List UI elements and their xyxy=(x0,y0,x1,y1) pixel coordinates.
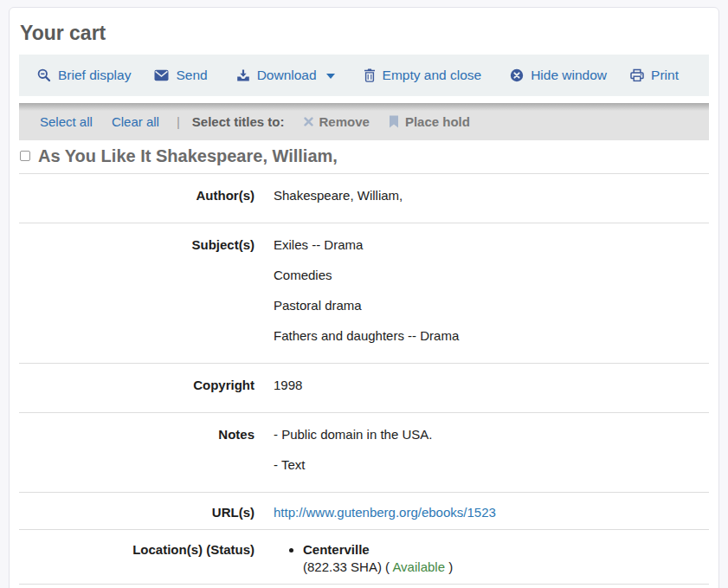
bookmark-icon xyxy=(389,115,399,128)
field-label: Copyright xyxy=(19,377,254,393)
field-value: - Public domain in the USA. xyxy=(274,426,432,443)
field-value-group: 1998 xyxy=(254,377,302,393)
field-label: Notes xyxy=(19,426,254,473)
printer-icon xyxy=(630,68,644,82)
field-label: URL(s) xyxy=(19,504,254,520)
print-button[interactable]: Print xyxy=(630,68,679,83)
url-link[interactable]: http://www.gutenberg.org/ebooks/1523 xyxy=(274,505,496,520)
field-row-authors: Author(s) Shakespeare, William, xyxy=(19,174,709,223)
selection-toolbar: Select all Clear all | Select titles to:… xyxy=(19,103,709,140)
record-title: As You Like It Shakespeare, William, xyxy=(38,145,338,167)
hide-window-label: Hide window xyxy=(531,68,607,83)
field-value: Fathers and daughters -- Drama xyxy=(274,327,459,344)
page-title: Your cart xyxy=(20,22,709,45)
trash-icon xyxy=(364,68,376,82)
download-label: Download xyxy=(257,68,317,83)
send-label: Send xyxy=(176,68,207,83)
field-row-locations: Location(s) (Status) Centerville (822.33… xyxy=(19,530,709,585)
cart-window: Your cart Brief display Send Download xyxy=(9,7,719,588)
remove-label: Remove xyxy=(319,114,370,129)
place-hold-button[interactable]: Place hold xyxy=(389,114,470,129)
clear-all-link[interactable]: Clear all xyxy=(112,114,159,129)
record-checkbox[interactable] xyxy=(20,151,30,161)
field-value: Comedies xyxy=(274,267,459,283)
remove-button[interactable]: Remove xyxy=(304,114,370,129)
location-item: Centerville (822.33 SHA) ( Available ) xyxy=(303,541,453,575)
field-label: Location(s) (Status) xyxy=(19,541,254,575)
brief-display-label: Brief display xyxy=(58,68,131,83)
field-label: Author(s) xyxy=(19,187,254,204)
empty-and-close-button[interactable]: Empty and close xyxy=(364,68,482,83)
record-author-link[interactable]: Shakespeare, William, xyxy=(156,146,338,165)
record-details-table: Author(s) Shakespeare, William, Subject(… xyxy=(19,173,709,585)
field-label: Subject(s) xyxy=(19,236,254,344)
cart-toolbar: Brief display Send Download Empty and cl… xyxy=(19,55,709,96)
send-button[interactable]: Send xyxy=(154,68,207,83)
empty-and-close-label: Empty and close xyxy=(383,68,482,83)
field-value-group: http://www.gutenberg.org/ebooks/1523 xyxy=(254,504,496,520)
field-value: Shakespeare, William, xyxy=(274,187,403,204)
select-all-link[interactable]: Select all xyxy=(40,114,93,129)
field-row-subjects: Subject(s) Exiles -- Drama Comedies Past… xyxy=(19,223,709,364)
field-value-group: - Public domain in the USA. - Text xyxy=(254,426,432,473)
location-status-line: (822.33 SHA) ( Available ) xyxy=(303,559,453,575)
field-value: 1998 xyxy=(274,377,302,393)
record-title-link[interactable]: As You Like It xyxy=(38,146,151,165)
field-row-urls: URL(s) http://www.gutenberg.org/ebooks/1… xyxy=(19,493,709,530)
field-row-copyright: Copyright 1998 xyxy=(19,364,709,413)
location-name: Centerville xyxy=(303,541,453,558)
field-value-group: Shakespeare, William, xyxy=(254,187,403,204)
toolbar-divider: | xyxy=(177,114,180,129)
times-circle-icon xyxy=(510,68,524,82)
record-title-row: As You Like It Shakespeare, William, xyxy=(20,140,709,173)
field-value: Exiles -- Drama xyxy=(274,236,459,253)
field-value-group: Exiles -- Drama Comedies Pastoral drama … xyxy=(254,236,459,344)
hide-window-button[interactable]: Hide window xyxy=(510,68,607,83)
field-row-notes: Notes - Public domain in the USA. - Text xyxy=(19,413,709,493)
search-minus-icon xyxy=(37,68,51,82)
field-value-group: Centerville (822.33 SHA) ( Available ) xyxy=(254,541,453,575)
print-label: Print xyxy=(651,68,679,83)
status-close-paren: ) xyxy=(445,559,453,574)
remove-x-icon xyxy=(304,117,313,126)
brief-display-button[interactable]: Brief display xyxy=(37,68,131,83)
select-titles-prompt: Select titles to: xyxy=(192,114,285,129)
envelope-icon xyxy=(154,69,169,81)
download-icon xyxy=(236,68,250,82)
location-list: Centerville (822.33 SHA) ( Available ) xyxy=(274,541,453,575)
field-value: - Text xyxy=(274,456,432,473)
availability-status: Available xyxy=(392,559,445,574)
download-button[interactable]: Download xyxy=(236,68,335,83)
place-hold-label: Place hold xyxy=(405,114,470,129)
chevron-down-icon xyxy=(326,74,335,79)
field-value: Pastoral drama xyxy=(274,297,459,313)
call-number: (822.33 SHA) ( xyxy=(303,559,392,574)
